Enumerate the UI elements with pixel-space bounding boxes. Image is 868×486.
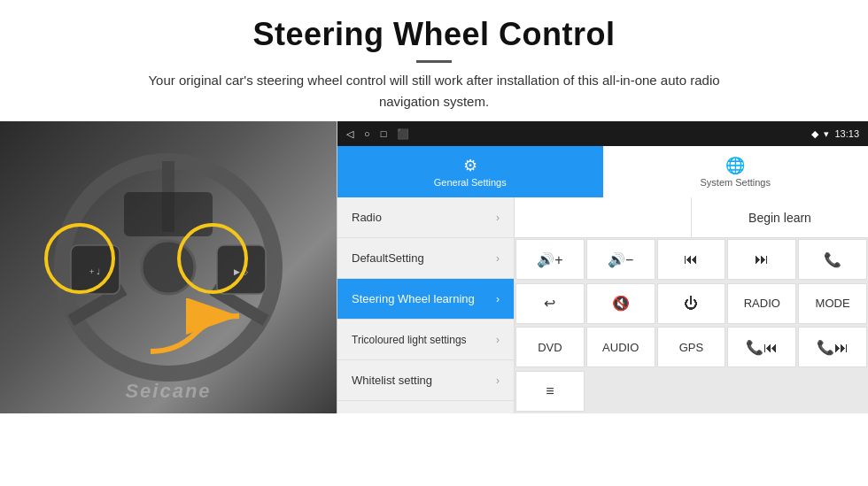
tab-system-settings[interactable]: 🌐 System Settings	[603, 146, 869, 197]
menu-item-steering-arrow: ›	[496, 293, 500, 305]
menu-item-radio-arrow: ›	[496, 212, 500, 224]
menu-item-default-setting[interactable]: DefaultSetting ›	[337, 238, 514, 279]
gps-label: GPS	[679, 341, 703, 354]
menu-item-tricoloured-arrow: ›	[496, 334, 500, 346]
main-content: + ♩ ▶ ◇	[0, 121, 868, 413]
screenshot-icon[interactable]: ⬛	[397, 128, 409, 140]
power-icon: ⏻	[684, 296, 698, 312]
menu-item-default-arrow: ›	[496, 252, 500, 265]
mode-label: MODE	[816, 297, 850, 310]
vol-down-icon: 🔊−	[608, 251, 633, 268]
ctrl-back[interactable]: ↩	[515, 283, 585, 324]
ctrl-radio[interactable]: RADIO	[727, 283, 796, 324]
menu-item-tricoloured[interactable]: Tricoloured light settings ›	[337, 320, 514, 360]
status-bar-right: ◆ ▾ 13:13	[811, 128, 859, 140]
ctrl-dvd[interactable]: DVD	[515, 327, 585, 367]
vol-up-icon: 🔊+	[537, 251, 562, 268]
seicane-watermark: Seicane	[125, 380, 211, 403]
phone-prev-icon: 📞⏮	[746, 339, 778, 356]
tab-general-settings-label: General Settings	[434, 177, 507, 188]
page-description: Your original car's steering wheel contr…	[133, 70, 735, 112]
top-row-empty	[515, 197, 692, 237]
tab-system-settings-label: System Settings	[701, 177, 771, 188]
ctrl-vol-down[interactable]: 🔊−	[586, 239, 655, 280]
ctrl-vol-up[interactable]: 🔊+	[515, 239, 585, 280]
ctrl-mute[interactable]: 🔇	[586, 283, 655, 324]
general-settings-icon: ⚙	[463, 156, 477, 175]
mute-icon: 🔇	[612, 295, 630, 312]
ctrl-phone[interactable]: 📞	[798, 239, 867, 280]
left-menu: Radio › DefaultSetting › Steering Wheel …	[337, 197, 515, 413]
menu-item-steering-wheel[interactable]: Steering Wheel learning ›	[337, 279, 514, 320]
car-image-area: + ♩ ▶ ◇	[0, 121, 337, 413]
menu-item-whitelist-label: Whitelist setting	[352, 374, 432, 387]
next-track-icon: ⏭	[755, 251, 769, 267]
page-header: Steering Wheel Control Your original car…	[0, 0, 868, 121]
highlight-circle-left	[44, 223, 115, 294]
ctrl-phone-next[interactable]: 📞⏭	[798, 327, 867, 367]
dvd-label: DVD	[538, 341, 562, 354]
page-title: Steering Wheel Control	[35, 16, 833, 53]
highlight-circle-right	[177, 223, 248, 294]
menu-item-whitelist-arrow: ›	[496, 374, 500, 387]
wifi-status-icon: ▾	[824, 128, 829, 140]
status-bar: ◁ ○ □ ⬛ ◆ ▾ 13:13	[337, 121, 868, 146]
right-panel: Begin learn 🔊+ 🔊− ⏮	[515, 197, 868, 413]
recent-nav-icon[interactable]: □	[381, 128, 387, 139]
system-settings-icon: 🌐	[725, 156, 745, 175]
audio-label: AUDIO	[602, 341, 639, 354]
menu-area: Radio › DefaultSetting › Steering Wheel …	[337, 197, 868, 413]
prev-track-icon: ⏮	[684, 251, 698, 267]
ctrl-menu[interactable]: ≡	[515, 371, 585, 412]
phone-next-icon: 📞⏭	[817, 339, 849, 356]
title-divider	[416, 60, 452, 63]
nav-tabs: ⚙ General Settings 🌐 System Settings	[337, 146, 868, 197]
top-row: Begin learn	[515, 197, 868, 238]
menu-item-radio-label: Radio	[352, 211, 382, 224]
back-nav-icon[interactable]: ◁	[346, 128, 353, 140]
radio-label: RADIO	[744, 297, 780, 310]
ctrl-gps[interactable]: GPS	[657, 327, 726, 367]
menu-item-tricoloured-label: Tricoloured light settings	[352, 334, 467, 346]
home-nav-icon[interactable]: ○	[364, 128, 370, 139]
tab-general-settings[interactable]: ⚙ General Settings	[337, 146, 603, 197]
menu-item-radio[interactable]: Radio ›	[337, 197, 514, 238]
menu-item-steering-label: Steering Wheel learning	[352, 292, 475, 305]
ctrl-power[interactable]: ⏻	[657, 283, 726, 324]
ctrl-mode[interactable]: MODE	[798, 283, 867, 324]
status-bar-left: ◁ ○ □ ⬛	[346, 128, 409, 140]
menu-item-whitelist[interactable]: Whitelist setting ›	[337, 360, 514, 401]
controls-grid: 🔊+ 🔊− ⏮ ⏭ 📞	[515, 238, 868, 413]
menu-icon: ≡	[546, 383, 554, 399]
android-ui: ◁ ○ □ ⬛ ◆ ▾ 13:13 ⚙ General Settings	[337, 121, 868, 413]
begin-learn-button[interactable]: Begin learn	[692, 197, 868, 237]
ctrl-audio[interactable]: AUDIO	[586, 327, 655, 367]
back-icon: ↩	[544, 295, 555, 312]
page-container: Steering Wheel Control Your original car…	[0, 0, 868, 413]
menu-item-default-setting-label: DefaultSetting	[352, 251, 424, 265]
ctrl-phone-prev[interactable]: 📞⏮	[727, 327, 796, 367]
gps-status-icon: ◆	[811, 128, 818, 140]
phone-icon: 📞	[824, 251, 841, 268]
status-time: 13:13	[834, 128, 859, 139]
ctrl-next[interactable]: ⏭	[727, 239, 796, 280]
ctrl-prev[interactable]: ⏮	[657, 239, 726, 280]
arrow-overlay	[142, 298, 248, 369]
